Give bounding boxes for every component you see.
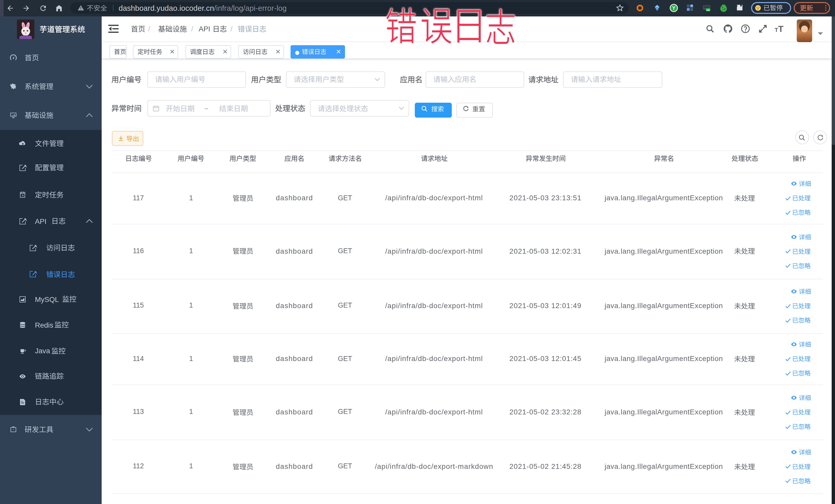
svg-text:on: on: [707, 9, 710, 11]
